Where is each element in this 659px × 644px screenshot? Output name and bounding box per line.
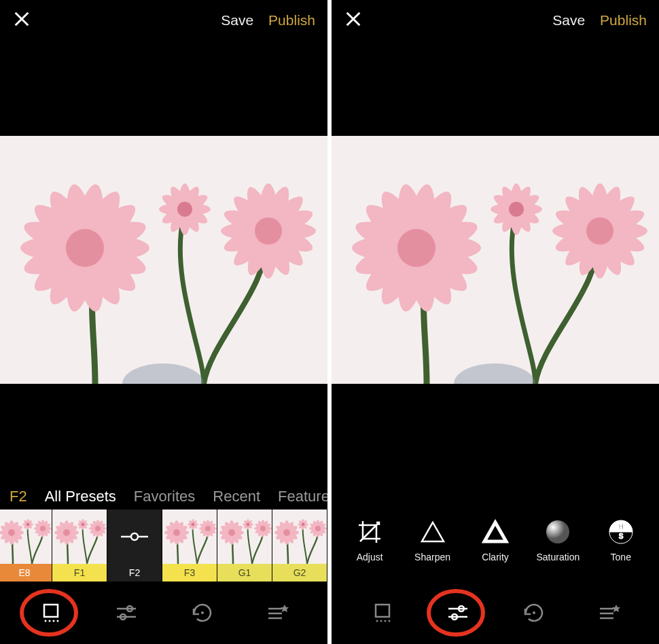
svg-point-89 <box>205 526 211 531</box>
triangle-icon <box>406 516 460 548</box>
preset-f2[interactable]: F2 <box>107 509 162 582</box>
svg-point-131 <box>45 620 47 622</box>
tool-adjust[interactable]: Adjust <box>342 516 397 562</box>
svg-point-40 <box>26 523 30 526</box>
tab-recent[interactable]: Recent <box>213 488 260 505</box>
svg-point-109 <box>260 526 266 531</box>
preset-g1[interactable]: G1 <box>217 509 272 582</box>
svg-point-67 <box>95 526 101 531</box>
close-icon[interactable] <box>12 10 31 29</box>
svg-point-55 <box>63 529 70 536</box>
tab-adjust[interactable] <box>106 592 147 633</box>
svg-point-180 <box>385 620 387 622</box>
svg-point-173 <box>546 520 569 543</box>
tool-sharpen[interactable]: Sharpen <box>406 516 460 562</box>
tab-presets-manage[interactable] <box>256 592 297 633</box>
svg-point-133 <box>53 620 55 622</box>
svg-point-132 <box>49 620 51 622</box>
crop-icon <box>342 516 397 548</box>
tab-featured[interactable]: Featured <box>278 488 327 505</box>
tab-favorites[interactable]: Favorites <box>134 488 195 505</box>
svg-point-178 <box>376 620 378 622</box>
hs-icon: HS <box>594 516 648 548</box>
preset-f1[interactable]: F1 <box>52 509 107 582</box>
edited-photo[interactable] <box>0 136 327 384</box>
tool-label: Clarity <box>468 552 522 562</box>
tab-presets-manage[interactable] <box>588 592 628 633</box>
edited-photo[interactable] <box>332 136 659 384</box>
save-button[interactable]: Save <box>221 12 253 29</box>
bottom-tabbar <box>332 582 659 644</box>
svg-point-60 <box>82 523 85 526</box>
preset-label: F1 <box>52 564 107 582</box>
screen-tools: Save Publish <box>332 0 659 644</box>
preset-category-tabs: F2 All Presets Favorites Recent Featured <box>0 488 327 505</box>
tab-presets[interactable] <box>31 592 71 633</box>
svg-point-69 <box>131 533 138 540</box>
tool-label: Tone <box>594 552 648 562</box>
tools-row: AdjustSharpenClaritySaturationHSTone <box>332 516 659 562</box>
svg-point-122 <box>302 523 305 526</box>
svg-point-181 <box>389 620 391 622</box>
tool-tone[interactable]: HSTone <box>594 516 648 562</box>
svg-point-47 <box>40 526 46 531</box>
tool-clarity[interactable]: Clarity <box>468 516 522 562</box>
svg-point-77 <box>173 529 180 536</box>
svg-point-35 <box>8 529 15 536</box>
preset-label: F3 <box>162 564 217 582</box>
tool-label: Sharpen <box>406 552 460 562</box>
svg-point-129 <box>315 526 321 531</box>
svg-point-11 <box>66 229 104 267</box>
top-bar: Save Publish <box>332 0 659 41</box>
tab-presets[interactable] <box>362 592 403 633</box>
svg-point-27 <box>255 217 282 245</box>
triangle-bold-icon <box>468 516 522 548</box>
svg-point-117 <box>283 529 290 536</box>
tool-label: Adjust <box>342 552 397 562</box>
tab-all-presets[interactable]: All Presets <box>45 488 116 505</box>
preset-f3[interactable]: F3 <box>162 509 217 582</box>
svg-point-97 <box>228 529 235 536</box>
presets-strip[interactable]: E8 F1 F2 <box>0 509 327 582</box>
svg-point-140 <box>201 611 204 614</box>
tool-label: Saturation <box>531 552 585 562</box>
svg-point-134 <box>57 620 59 622</box>
svg-point-102 <box>247 523 250 526</box>
preset-e8[interactable]: E8 <box>0 509 52 582</box>
screen-presets: Save Publish <box>0 0 327 644</box>
svg-rect-177 <box>376 605 389 617</box>
preset-label: G2 <box>272 564 327 582</box>
svg-rect-130 <box>44 605 58 617</box>
svg-point-82 <box>192 523 195 526</box>
close-icon[interactable] <box>344 10 363 29</box>
svg-point-179 <box>380 620 382 622</box>
tool-saturation[interactable]: Saturation <box>531 516 585 562</box>
save-button[interactable]: Save <box>552 12 585 29</box>
bottom-tabbar <box>0 582 327 644</box>
tab-adjust[interactable] <box>438 592 478 633</box>
preset-label: F2 <box>107 564 162 582</box>
tab-history[interactable] <box>512 592 553 633</box>
svg-point-18 <box>177 202 192 217</box>
publish-button[interactable]: Publish <box>268 12 315 29</box>
svg-point-162 <box>509 202 524 217</box>
svg-text:H: H <box>618 523 623 531</box>
preset-label: G1 <box>217 564 272 582</box>
active-preset-badge[interactable]: F2 <box>10 488 27 505</box>
preset-g2[interactable]: G2 <box>272 509 327 582</box>
tab-history[interactable] <box>181 592 221 633</box>
svg-point-171 <box>586 217 613 245</box>
publish-button[interactable]: Publish <box>600 12 647 29</box>
svg-point-155 <box>397 229 435 267</box>
svg-text:S: S <box>618 533 623 540</box>
top-bar: Save Publish <box>0 0 327 41</box>
sphere-icon <box>531 516 585 548</box>
svg-point-187 <box>533 611 535 614</box>
preset-label: E8 <box>0 564 52 582</box>
